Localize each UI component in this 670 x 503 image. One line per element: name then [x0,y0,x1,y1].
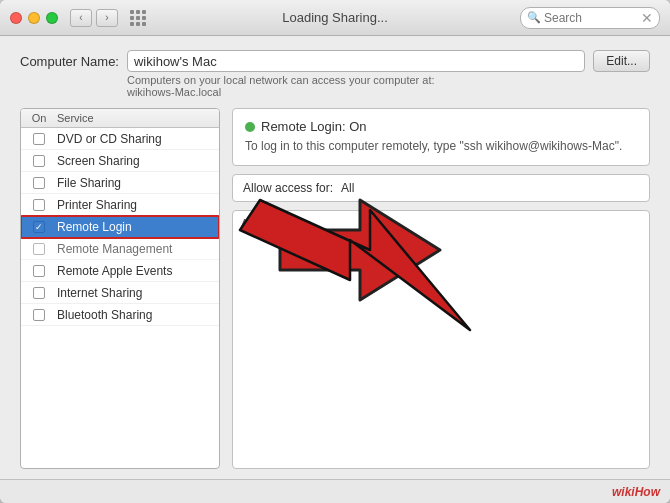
grid-dot [136,22,140,26]
status-box: Remote Login: On To log in to this compu… [232,108,650,166]
printer-checkbox-cell [21,199,57,211]
grid-dot [142,16,146,20]
bluetooth-service-name: Bluetooth Sharing [57,308,219,322]
users-label: Administrators [241,217,641,229]
computer-name-label: Computer Name: [20,50,119,69]
status-title: Remote Login: On [261,119,367,134]
screen-checkbox[interactable] [33,155,45,167]
service-row-file-sharing[interactable]: File Sharing [21,172,219,194]
file-checkbox[interactable] [33,177,45,189]
minimize-button[interactable] [28,12,40,24]
bottom-bar: wikiHow [0,479,670,503]
internet-checkbox-cell [21,287,57,299]
service-row-bluetooth-sharing[interactable]: Bluetooth Sharing [21,304,219,326]
bluetooth-checkbox-cell [21,309,57,321]
grid-dot [130,10,134,14]
col-on-header: On [21,112,57,124]
remote-login-checkbox[interactable]: ✓ [33,221,45,233]
allow-access-row: Allow access for: All [232,174,650,202]
edit-button[interactable]: Edit... [593,50,650,72]
printer-service-name: Printer Sharing [57,198,219,212]
status-title-row: Remote Login: On [245,119,637,134]
service-row-screen-sharing[interactable]: Screen Sharing [21,150,219,172]
dvd-checkbox-cell [21,133,57,145]
brand-prefix: wiki [612,485,635,499]
status-description: To log in to this computer remotely, typ… [245,138,637,155]
col-service-header: Service [57,112,219,124]
services-header: On Service [21,109,219,128]
services-list: DVD or CD Sharing Screen Sharing File Sh… [21,128,219,468]
service-row-dvd[interactable]: DVD or CD Sharing [21,128,219,150]
remote-mgmt-service-name: Remote Management [57,242,219,256]
screen-checkbox-cell [21,155,57,167]
users-box: Administrators [232,210,650,469]
dvd-service-name: DVD or CD Sharing [57,132,219,146]
remote-mgmt-checkbox[interactable] [33,243,45,255]
status-dot [245,122,255,132]
dvd-checkbox[interactable] [33,133,45,145]
main-window: ‹ › Loading Sharing... 🔍 ✕ Computer Name… [0,0,670,503]
computer-name-right: Edit... Computers on your local network … [127,50,650,98]
file-service-name: File Sharing [57,176,219,190]
search-input[interactable] [544,11,639,25]
service-row-internet-sharing[interactable]: Internet Sharing [21,282,219,304]
grid-dot [142,22,146,26]
rae-checkbox[interactable] [33,265,45,277]
remote-login-checkbox-cell: ✓ [21,221,57,233]
maximize-button[interactable] [46,12,58,24]
search-bar[interactable]: 🔍 ✕ [520,7,660,29]
remote-login-wrapper: ✓ Remote Login [21,216,219,238]
back-button[interactable]: ‹ [70,9,92,27]
search-icon: 🔍 [527,11,541,24]
forward-button[interactable]: › [96,9,118,27]
computer-name-input[interactable] [127,50,585,72]
services-panel: On Service DVD or CD Sharing Sc [20,108,220,469]
grid-dot [136,10,140,14]
grid-dot [130,16,134,20]
nav-buttons: ‹ › [70,9,118,27]
remote-login-service-name: Remote Login [57,220,219,234]
wikihow-logo: wikiHow [612,485,660,499]
printer-checkbox[interactable] [33,199,45,211]
computer-name-input-row: Edit... [127,50,650,72]
file-checkbox-cell [21,177,57,189]
grid-dot [142,10,146,14]
traffic-lights [10,12,58,24]
grid-dot [130,22,134,26]
search-clear-icon[interactable]: ✕ [641,10,653,26]
rae-service-name: Remote Apple Events [57,264,219,278]
computer-name-row: Computer Name: Edit... Computers on your… [20,50,650,98]
internet-checkbox[interactable] [33,287,45,299]
grid-dot [136,16,140,20]
titlebar: ‹ › Loading Sharing... 🔍 ✕ [0,0,670,36]
remote-mgmt-checkbox-cell [21,243,57,255]
rae-checkbox-cell [21,265,57,277]
service-row-printer-sharing[interactable]: Printer Sharing [21,194,219,216]
bluetooth-checkbox[interactable] [33,309,45,321]
content-area: Computer Name: Edit... Computers on your… [0,36,670,479]
brand-suffix: How [635,485,660,499]
close-button[interactable] [10,12,22,24]
grid-icon[interactable] [130,10,146,26]
main-panel: On Service DVD or CD Sharing Sc [20,108,650,469]
all-users-label: All [341,181,354,195]
computer-name-hint: Computers on your local network can acce… [127,74,650,98]
service-row-remote-login[interactable]: ✓ Remote Login [21,216,219,238]
service-row-remote-management[interactable]: Remote Management [21,238,219,260]
screen-service-name: Screen Sharing [57,154,219,168]
service-row-remote-apple-events[interactable]: Remote Apple Events [21,260,219,282]
right-panel: Remote Login: On To log in to this compu… [232,108,650,469]
window-title: Loading Sharing... [282,10,388,25]
internet-service-name: Internet Sharing [57,286,219,300]
allow-access-label: Allow access for: [243,181,333,195]
